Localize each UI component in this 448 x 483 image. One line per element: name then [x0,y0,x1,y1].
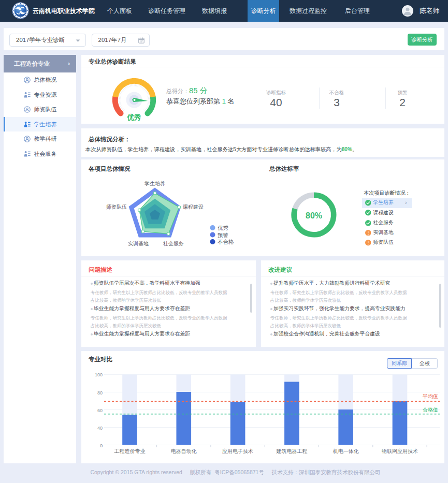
svg-text:机电一体化: 机电一体化 [333,448,359,454]
svg-text:80: 80 [97,390,103,396]
svg-text:平均值: 平均值 [423,393,438,399]
svg-text:优秀: 优秀 [218,225,229,231]
svg-text:80%: 80% [306,211,322,220]
svg-text:40: 40 [97,426,103,431]
svg-text:合格值: 合格值 [423,407,438,413]
svg-text:不合格: 不合格 [217,239,234,245]
svg-text:建筑电器工程: 建筑电器工程 [276,448,307,454]
svg-text:优秀: 优秀 [126,113,141,121]
svg-text:学生培养: 学生培养 [144,181,165,186]
svg-text:0: 0 [100,443,103,448]
svg-text:电器自动化: 电器自动化 [171,448,197,454]
svg-text:师资队伍: 师资队伍 [106,204,127,210]
svg-text:应用电子技术: 应用电子技术 [222,448,253,454]
svg-text:工程造价专业: 工程造价专业 [114,448,146,454]
svg-text:物联网应用技术: 物联网应用技术 [382,448,418,454]
svg-text:100: 100 [95,372,103,377]
svg-text:预警: 预警 [218,232,228,238]
svg-text:课程建设: 课程建设 [183,204,204,210]
svg-text:60: 60 [97,408,103,413]
svg-text:社会服务: 社会服务 [163,241,184,246]
svg-text:实训基地: 实训基地 [128,241,149,246]
